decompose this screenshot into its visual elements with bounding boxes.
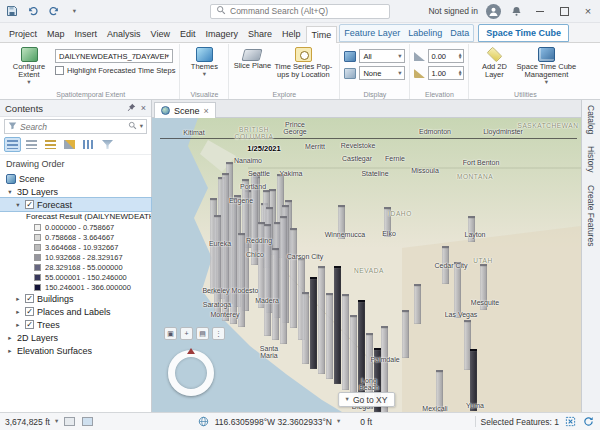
cube-bar[interactable] <box>326 293 333 379</box>
cube-bar[interactable] <box>402 310 409 358</box>
redo-button[interactable] <box>46 4 61 19</box>
layer-visibility-checkbox[interactable] <box>25 320 34 329</box>
chevron-down-icon[interactable]: ▾ <box>140 123 143 130</box>
tree-item-trees[interactable]: ▸ Trees <box>0 318 151 331</box>
spinner-arrows-icon[interactable]: ▴▾ <box>459 70 462 76</box>
spinner-arrows-icon[interactable]: ▴▾ <box>459 53 462 59</box>
highlight-forecasted-checkbox[interactable]: Highlight Forecasted Time Steps <box>55 66 175 75</box>
close-window-button[interactable]: × <box>580 4 596 18</box>
clear-selection-icon[interactable] <box>564 416 577 428</box>
display-none-dropdown[interactable]: None ▾ <box>359 66 405 80</box>
layer-visibility-checkbox[interactable] <box>25 294 34 303</box>
list-by-drawing-order-button[interactable] <box>4 137 21 152</box>
list-by-selection-button[interactable] <box>42 137 59 152</box>
expander-icon[interactable]: ▸ <box>14 295 22 303</box>
list-by-source-button[interactable] <box>23 137 40 152</box>
ribbon-tab-insert[interactable]: Insert <box>70 26 103 42</box>
legend-swatch[interactable] <box>34 274 41 281</box>
vertical-exaggeration-spinner[interactable]: 1.00 ▴▾ <box>428 66 464 80</box>
themes-button[interactable]: Themes ▾ <box>184 46 224 90</box>
ribbon-tab-labeling[interactable]: Labeling <box>404 25 446 41</box>
expander-icon[interactable]: ▸ <box>14 321 22 329</box>
selected-features-readout[interactable]: Selected Features: 1 <box>481 417 559 427</box>
scene-view-tab[interactable]: Scene × <box>154 102 216 118</box>
expander-icon[interactable]: ▸ <box>6 334 14 342</box>
list-by-labeling-button[interactable] <box>99 137 116 152</box>
elevation-offset-spinner[interactable]: 0.00 ▴▾ <box>428 49 464 63</box>
minimize-button[interactable] <box>532 4 548 18</box>
go-to-xy-button[interactable]: ▾ Go to XY <box>338 392 396 407</box>
add-2d-layer-button[interactable]: Add 2D Layer <box>473 46 515 90</box>
legend-swatch[interactable] <box>34 244 41 251</box>
tab-history[interactable]: History <box>586 146 596 172</box>
ribbon-tab-imagery[interactable]: Imagery <box>200 26 243 42</box>
sync-views-icon[interactable] <box>63 416 76 428</box>
cube-bar[interactable] <box>350 315 357 397</box>
list-by-snapping-button[interactable] <box>80 137 97 152</box>
ribbon-tab-feature-layer[interactable]: Feature Layer <box>340 25 404 41</box>
cube-bar[interactable] <box>290 228 297 328</box>
expander-icon[interactable]: ▸ <box>6 347 14 355</box>
cube-bar[interactable] <box>334 266 341 384</box>
analysis-variable-dropdown[interactable]: DAILYNEWDEATHS_7DAYAVERAGE ▾ <box>55 49 173 63</box>
save-button[interactable] <box>4 4 19 19</box>
scene-map[interactable]: ▣ + ▤ ⋮ ▾ Go to XY 1/25/2021KitimatBRITI… <box>152 118 581 412</box>
pin-icon[interactable] <box>127 103 136 114</box>
ribbon-tab-edit[interactable]: Edit <box>175 26 201 42</box>
slice-plane-button[interactable]: Slice Plane <box>233 46 271 90</box>
layers-icon[interactable]: ▤ <box>196 327 209 340</box>
cube-bar[interactable] <box>318 266 325 374</box>
ribbon-tab-help[interactable]: Help <box>277 26 306 42</box>
more-tools-icon[interactable]: ⋮ <box>212 327 225 340</box>
quick-access-chevron-icon[interactable]: ▾ <box>67 4 82 19</box>
tree-item-forecast[interactable]: ▾ Forecast <box>0 198 151 211</box>
list-by-editing-button[interactable] <box>61 137 78 152</box>
contents-search-field[interactable] <box>20 122 125 132</box>
expander-icon[interactable]: ▸ <box>14 308 22 316</box>
cube-bar[interactable] <box>222 173 229 321</box>
legend-swatch[interactable] <box>34 284 41 291</box>
configure-extent-button[interactable]: Configure Extent ▾ <box>6 46 52 90</box>
tab-create-features[interactable]: Create Features <box>586 185 596 246</box>
ribbon-tab-view[interactable]: View <box>146 26 175 42</box>
tree-item-2d-layers[interactable]: ▸ 2D Layers <box>0 331 151 344</box>
chevron-down-icon[interactable]: ▾ <box>55 418 58 425</box>
undo-button[interactable] <box>25 4 40 19</box>
pan-icon[interactable]: + <box>180 327 193 340</box>
close-icon[interactable]: × <box>141 103 146 113</box>
command-search-field[interactable] <box>230 6 370 16</box>
tree-item-3d-layers[interactable]: ▾ 3D Layers <box>0 185 151 198</box>
close-icon[interactable]: × <box>204 106 209 116</box>
expander-icon[interactable]: ▾ <box>14 201 22 209</box>
legend-swatch[interactable] <box>34 254 41 261</box>
layer-visibility-checkbox[interactable] <box>25 200 34 209</box>
legend-swatch[interactable] <box>34 264 41 271</box>
command-search-input[interactable] <box>210 4 390 19</box>
cube-bar[interactable] <box>302 292 309 364</box>
legend-swatch[interactable] <box>34 224 41 231</box>
contents-search[interactable]: ▾ <box>4 119 147 134</box>
expander-icon[interactable]: ▾ <box>6 188 14 196</box>
coordinates-readout[interactable]: 116.6305998°W 32.3602933°N <box>215 417 332 427</box>
cube-bar[interactable] <box>342 294 349 390</box>
tab-catalog[interactable]: Catalog <box>586 105 596 134</box>
cube-bar[interactable] <box>468 216 475 242</box>
display-all-dropdown[interactable]: All ▾ <box>359 49 405 63</box>
cube-bar[interactable] <box>280 216 287 344</box>
sign-in-status[interactable]: Not signed in <box>428 6 478 16</box>
chevron-down-icon[interactable]: ▾ <box>337 418 340 425</box>
ribbon-tab-map[interactable]: Map <box>42 26 70 42</box>
layer-visibility-checkbox[interactable] <box>25 307 34 316</box>
cube-bar[interactable] <box>414 284 421 324</box>
ribbon-tab-space-time-cube[interactable]: Space Time Cube <box>478 24 569 42</box>
legend-swatch[interactable] <box>34 234 41 241</box>
ribbon-tab-time[interactable]: Time <box>306 26 338 43</box>
user-avatar[interactable] <box>486 4 501 19</box>
cube-bar[interactable] <box>272 248 279 340</box>
ribbon-tab-project[interactable]: Project <box>4 26 42 42</box>
ribbon-tab-data[interactable]: Data <box>446 25 473 41</box>
full-extent-icon[interactable]: ▣ <box>164 327 177 340</box>
cube-bar[interactable] <box>310 277 317 369</box>
tree-item-places-and-labels[interactable]: ▸ Places and Labels <box>0 305 151 318</box>
tree-item-elevation-surfaces[interactable]: ▸ Elevation Surfaces <box>0 344 151 357</box>
